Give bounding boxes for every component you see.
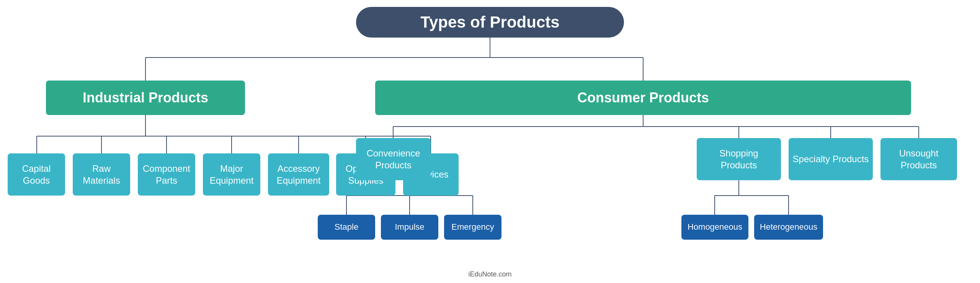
accessory-equipment-node: Accessory Equipment: [268, 153, 329, 196]
heterogeneous-node: Heterogeneous: [754, 215, 823, 240]
capital-goods-label: Capital Goods: [8, 160, 65, 189]
convenience-products-node: Convenience Products: [356, 138, 431, 180]
shopping-label: Shopping Products: [697, 145, 781, 173]
staple-node: Staple: [318, 215, 375, 240]
shopping-products-node: Shopping Products: [697, 138, 781, 180]
root-node: Types of Products: [356, 7, 624, 38]
consumer-label: Consumer Products: [571, 90, 715, 106]
watermark: iEduNote.com: [468, 270, 511, 278]
staple-label: Staple: [332, 219, 361, 235]
major-equipment-label: Major Equipment: [203, 160, 260, 189]
industrial-label: Industrial Products: [77, 90, 214, 106]
specialty-products-node: Specialty Products: [789, 138, 873, 180]
capital-goods-node: Capital Goods: [8, 153, 65, 196]
component-parts-node: Component Parts: [138, 153, 195, 196]
homogeneous-label: Homogeneous: [684, 219, 745, 235]
unsought-products-node: Unsought Products: [880, 138, 957, 180]
homogeneous-node: Homogeneous: [681, 215, 748, 240]
major-equipment-node: Major Equipment: [203, 153, 260, 196]
emergency-node: Emergency: [444, 215, 501, 240]
root-label: Types of Products: [420, 13, 559, 31]
unsought-label: Unsought Products: [880, 145, 957, 173]
accessory-equipment-label: Accessory Equipment: [268, 160, 329, 189]
impulse-label: Impulse: [392, 219, 427, 235]
convenience-label: Convenience Products: [356, 145, 431, 173]
industrial-products-node: Industrial Products: [46, 81, 245, 115]
heterogeneous-label: Heterogeneous: [757, 219, 820, 235]
consumer-products-node: Consumer Products: [375, 81, 911, 115]
diagram: Types of Products Industrial Products Co…: [0, 0, 980, 283]
emergency-label: Emergency: [448, 219, 497, 235]
impulse-node: Impulse: [381, 215, 438, 240]
raw-materials-node: Raw Materials: [73, 153, 130, 196]
raw-materials-label: Raw Materials: [73, 160, 130, 189]
component-parts-label: Component Parts: [138, 160, 195, 189]
specialty-label: Specialty Products: [789, 151, 873, 167]
